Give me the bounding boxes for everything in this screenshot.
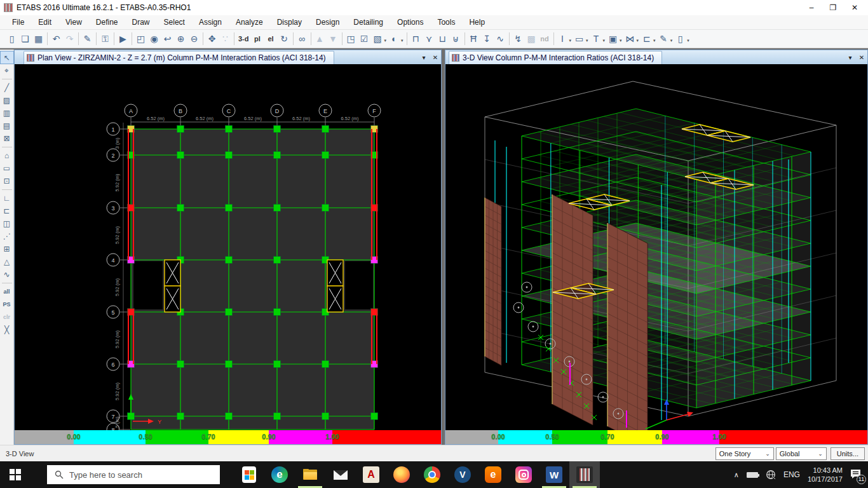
coordinate-system-select[interactable]: Global ⌄ bbox=[776, 447, 827, 460]
zoom-in-icon[interactable]: ⊕ bbox=[174, 31, 187, 46]
battery-icon[interactable] bbox=[747, 472, 758, 478]
dropdown-caret-icon[interactable]: ▾ bbox=[384, 38, 387, 43]
taskbar-app-microsoft-store[interactable] bbox=[234, 461, 264, 488]
plan-view-tab[interactable]: Plan View - ZIRZAMIN-2 - Z = 2.7 (m) Col… bbox=[24, 51, 334, 64]
language-indicator[interactable]: ENG bbox=[783, 470, 800, 479]
three-d-view-canvas[interactable] bbox=[445, 64, 867, 430]
dropdown-caret-icon[interactable]: ▾ bbox=[637, 38, 639, 43]
draw-curve-tool[interactable]: ∿ bbox=[1, 268, 13, 280]
tray-chevron-up-icon[interactable]: ∧ bbox=[734, 471, 739, 479]
menu-item-edit[interactable]: Edit bbox=[31, 17, 58, 28]
reshape-object-tool[interactable]: ⌖ bbox=[1, 64, 13, 76]
run-analysis-icon[interactable]: ▶ bbox=[116, 31, 130, 46]
menu-item-draw[interactable]: Draw bbox=[125, 17, 157, 28]
open-file-icon[interactable]: ❏ bbox=[18, 31, 32, 46]
dropdown-caret-icon[interactable]: ▾ bbox=[687, 38, 689, 43]
network-globe-icon[interactable] bbox=[766, 470, 776, 480]
taskbar-app-v-app[interactable]: V bbox=[447, 461, 478, 488]
select-using-tables-icon[interactable]: ☑ bbox=[358, 31, 371, 46]
shrink-objects-icon[interactable]: ◳ bbox=[344, 31, 358, 46]
menu-item-define[interactable]: Define bbox=[89, 17, 125, 28]
units-button[interactable]: Units... bbox=[831, 447, 865, 460]
texture-view-icon[interactable]: ▩ bbox=[525, 31, 538, 46]
taskbar-app-mail[interactable] bbox=[325, 461, 356, 488]
steel-frame-design-icon[interactable]: I bbox=[556, 31, 569, 46]
save-icon[interactable]: ▦ bbox=[32, 31, 45, 46]
quick-draw-braces-tool[interactable]: ⊠ bbox=[1, 132, 13, 144]
point-load-icon[interactable]: ↧ bbox=[480, 31, 494, 46]
taskbar-app-word[interactable]: W bbox=[539, 461, 569, 488]
taskbar-app-microsoft-edge[interactable]: e bbox=[264, 461, 295, 488]
shear-wall-design-icon[interactable]: ▯ bbox=[674, 31, 687, 46]
edit-pen-icon[interactable]: ✎ bbox=[81, 31, 94, 46]
taskbar-app-etabs[interactable] bbox=[569, 461, 600, 488]
clear-selection-tool[interactable]: clr bbox=[1, 311, 13, 323]
view-options-icon[interactable]: ∞ bbox=[295, 31, 309, 46]
action-center-icon[interactable]: 11 bbox=[850, 469, 862, 481]
rotate-3d-view-icon[interactable]: ↻ bbox=[278, 31, 291, 46]
elevation-view-icon[interactable]: el bbox=[264, 31, 278, 46]
lock-model-icon[interactable]: ⚿ bbox=[98, 31, 112, 46]
taskbar-app-firefox[interactable] bbox=[386, 461, 417, 488]
menu-item-assign[interactable]: Assign bbox=[192, 17, 229, 28]
taskbar-app-autocad[interactable]: A bbox=[356, 461, 386, 488]
restore-full-view-icon[interactable]: ◉ bbox=[147, 31, 161, 46]
quick-draw-area-tool[interactable]: ⊡ bbox=[1, 175, 13, 187]
taskbar-app-e-app[interactable]: e bbox=[478, 461, 508, 488]
menu-item-display[interactable]: Display bbox=[270, 17, 309, 28]
menu-item-options[interactable]: Options bbox=[390, 17, 430, 28]
shell-load-icon[interactable]: ⊎ bbox=[449, 31, 463, 46]
move-down-in-list-icon[interactable]: ▼ bbox=[327, 31, 340, 46]
dropdown-caret-icon[interactable]: ▾ bbox=[586, 38, 588, 43]
3d-view-icon[interactable]: 3-d bbox=[236, 31, 251, 46]
tray-clock[interactable]: 10:43 AM 10/17/2017 bbox=[808, 466, 843, 484]
dropdown-caret-icon[interactable]: ▾ bbox=[653, 38, 656, 43]
new-model-icon[interactable]: ▯ bbox=[5, 31, 18, 46]
walkthrough-icon[interactable]: ∵ bbox=[219, 31, 232, 46]
select-pointer-tool[interactable]: ↖ bbox=[1, 51, 13, 64]
invert-selection-tool[interactable]: ╳ bbox=[1, 323, 13, 336]
frame-load-icon[interactable]: ⊔ bbox=[436, 31, 449, 46]
composite-column-design-icon[interactable]: ▣ bbox=[606, 31, 620, 46]
draw-ramp-tool[interactable]: △ bbox=[1, 255, 13, 268]
pan-icon[interactable]: ✥ bbox=[205, 31, 219, 46]
draw-link-tool[interactable]: ⋰ bbox=[1, 230, 13, 242]
quick-draw-wall-tool[interactable]: ⊏ bbox=[1, 205, 13, 217]
quick-draw-secondary-beams-tool[interactable]: ▤ bbox=[1, 119, 13, 132]
draw-grid-tool[interactable]: ⊞ bbox=[1, 243, 13, 255]
menu-item-design[interactable]: Design bbox=[309, 17, 346, 28]
composite-beam-design-icon[interactable]: T bbox=[590, 31, 603, 46]
detailing-pen-icon[interactable]: ✎ bbox=[657, 31, 670, 46]
nd-label[interactable]: nd bbox=[538, 31, 552, 46]
joint-assign-icon[interactable]: ⋎ bbox=[423, 31, 436, 46]
taskbar-app-instagram[interactable] bbox=[508, 461, 539, 488]
plan-view-icon[interactable]: pl bbox=[251, 31, 264, 46]
menu-item-analyze[interactable]: Analyze bbox=[229, 17, 270, 28]
plan-window-close-button[interactable]: ✕ bbox=[430, 54, 441, 61]
move-up-in-list-icon[interactable]: ▲ bbox=[313, 31, 327, 46]
draw-rect-area-tool[interactable]: ▭ bbox=[1, 162, 13, 174]
object-view-options-icon[interactable]: ▧ bbox=[371, 31, 384, 46]
three-d-view-tab[interactable]: 3-D View Column P-M-M Interaction Ratios… bbox=[449, 51, 662, 64]
previous-selection-tool[interactable]: PS bbox=[1, 298, 13, 310]
previous-zoom-icon[interactable]: ↩ bbox=[161, 31, 174, 46]
taskbar-app-chrome[interactable] bbox=[417, 461, 447, 488]
menu-item-view[interactable]: View bbox=[58, 17, 89, 28]
draw-wall-tool[interactable]: ∟ bbox=[1, 192, 13, 204]
menu-item-file[interactable]: File bbox=[5, 17, 31, 28]
plan-view-canvas[interactable]: 6.52 (m)6.52 (m)6.52 (m)6.52 (m)6.52 (m)… bbox=[15, 64, 441, 430]
redo-icon[interactable]: ↷ bbox=[63, 31, 76, 46]
menu-item-select[interactable]: Select bbox=[157, 17, 192, 28]
frame-property-icon[interactable]: Ħ bbox=[467, 31, 480, 46]
dropdown-caret-icon[interactable]: ▾ bbox=[670, 38, 673, 43]
release-icon[interactable]: ∿ bbox=[494, 31, 507, 46]
quick-draw-column-tool[interactable]: ▥ bbox=[1, 107, 13, 119]
frame-portal-icon[interactable]: ⊓ bbox=[409, 31, 423, 46]
plan-window-menu-button[interactable]: ▾ bbox=[418, 54, 430, 61]
dropdown-caret-icon[interactable]: ▾ bbox=[569, 38, 572, 43]
menu-item-help[interactable]: Help bbox=[462, 17, 492, 28]
story-select[interactable]: One Story ⌄ bbox=[715, 447, 774, 460]
shaded-view-icon[interactable]: ◐ bbox=[388, 31, 401, 46]
minimize-button[interactable]: – bbox=[801, 3, 822, 12]
dropdown-caret-icon[interactable]: ▾ bbox=[401, 38, 403, 43]
